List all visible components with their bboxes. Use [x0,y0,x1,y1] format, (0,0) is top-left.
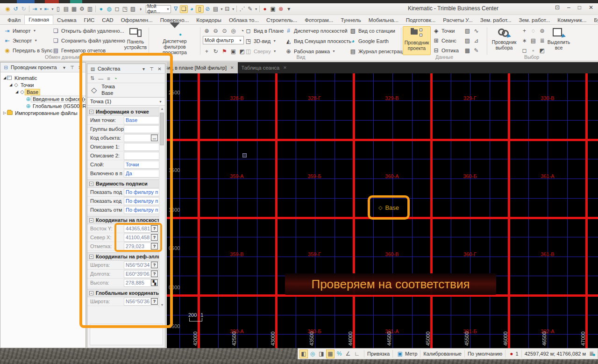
angle-tool-icon[interactable]: ⊿ [472,36,480,44]
export-icon[interactable]: ⇤ [43,5,50,13]
base-point-label[interactable]: Base [385,204,399,211]
ribbon-tab[interactable]: Съемка [53,16,80,24]
pin-icon[interactable]: ⊤ [149,66,155,71]
data-sphere-icon[interactable]: ◕ [188,5,196,13]
collapse-icon[interactable]: − [89,218,93,222]
select-box-icon[interactable]: ◻ [520,46,528,54]
snap-toggle-icon[interactable]: ◧ [299,350,308,358]
select-star-icon[interactable]: ∗ [520,36,528,44]
google-earth-button[interactable]: ◕Google Earth [349,36,389,46]
select-all-button[interactable]: Выделить все [544,26,574,55]
grid-button[interactable]: ▚ [151,279,158,286]
scroll-down-icon[interactable]: ▼ [159,302,165,308]
save-project-icon[interactable]: ▦ [70,5,78,13]
property-value[interactable] [124,152,160,160]
ribbon-tab[interactable]: Бурение, и... [590,16,598,24]
object-type-selector[interactable]: Точка (1) ▼ [87,97,165,106]
tree-item[interactable]: ◢◇Base [0,88,85,95]
select-point-icon[interactable]: + [520,27,528,35]
property-value[interactable] [124,143,160,151]
select-poly-icon[interactable]: ▫ [529,46,537,54]
collapse-icon[interactable]: — [98,76,103,81]
qat-filter-combo[interactable]: Мой фил...▼ [146,5,171,13]
undo-icon[interactable]: ↺ [12,5,20,13]
session-tool-icon[interactable]: ▨ [463,36,471,44]
close-icon[interactable]: ✕ [283,65,287,70]
qat-menu-icon[interactable]: ▾ [285,5,293,13]
ribbon-tab[interactable]: Зем. работ... [515,16,554,24]
defaults-label[interactable]: По умолчанию [468,351,502,357]
send-to-sync-button[interactable]: ◉Передать в Sync [4,45,53,55]
filter-copy-icon[interactable]: ❏ [180,5,188,13]
tree-expander-icon[interactable]: ◢ [14,90,19,94]
help-button[interactable]: ? [151,271,158,277]
map-canvas[interactable]: ◇ Base Проверяем на соответствия 2001 32… [167,73,598,348]
record-icon[interactable]: ● [261,5,269,13]
measure-icon[interactable]: ⋰ [238,5,246,13]
sync-sphere-icon[interactable]: ● [97,5,105,13]
panel-menu-icon[interactable]: ▾ [61,65,67,70]
ribbon-tab[interactable]: Фотограм... [301,16,337,24]
points-tool-icon[interactable]: ▧ [463,27,471,35]
comment-icon[interactable]: ◗ [137,5,145,13]
property-value[interactable] [124,125,160,133]
ribbon-tab[interactable]: Мобильна... [365,16,402,24]
optics-tool-icon[interactable]: ▩ [463,46,471,54]
section-header[interactable]: −Координаты на реф-эллипсо [87,252,160,261]
close-icon[interactable]: ✕ [589,4,593,11]
pen-circle-icon[interactable]: ⊘ [204,5,212,13]
ribbon-tab[interactable]: Главная [24,15,53,24]
view-filter-icon[interactable]: ∇ [172,5,180,13]
export-button[interactable]: ⇤Экспорт▼ [4,36,53,45]
select-layer-icon[interactable]: ▤ [529,36,537,44]
optics-button[interactable]: ⊟Оптика [433,45,459,55]
wave-tool-icon[interactable]: ∿ [472,27,480,35]
snap-label[interactable]: Привязка [367,351,390,357]
ribbon-tab[interactable]: Строитель... [263,16,301,24]
collapse-icon[interactable]: − [89,182,93,186]
print-icon[interactable]: ⊟ [223,5,231,13]
ribbon-tab[interactable]: Облака то... [225,16,263,24]
panel-menu-icon[interactable]: ▾ [141,66,147,71]
ribbon-tab[interactable]: Подготовк... [402,16,439,24]
note-icon[interactable]: ▥ [86,5,94,13]
station-view-button[interactable]: ▨Вид со станции [349,26,395,36]
ribbon-tab[interactable]: Коммуник... [554,16,590,24]
section-header[interactable]: −Информация о точке [87,107,160,116]
tree-expander-icon[interactable]: ◢ [2,76,7,80]
property-value[interactable]: По фильтру пр [124,197,160,205]
tree-item[interactable]: ⊕Глобальные (IGS000RUS_F [0,102,85,109]
property-value[interactable]: Точки [124,161,160,169]
doc-highlight-icon[interactable]: ▯ [196,5,204,13]
redo-icon[interactable]: ↻ [20,5,28,13]
zoom-window-icon[interactable]: ◎ [229,27,237,35]
collapse-icon[interactable]: − [89,291,93,295]
calibration-label[interactable]: Калиброванные [423,351,462,357]
stop-icon[interactable]: ⊗ [277,5,285,13]
cube-view-icon[interactable]: ◳ [121,5,129,13]
view-3d-button[interactable]: ◳3D-вид▼ [245,36,276,46]
property-value[interactable]: Да [124,170,160,178]
import-icon[interactable]: ⇥ [31,5,39,13]
tree-item[interactable]: ◢Kinematic [0,74,85,81]
session-button[interactable]: ⊞Сеанс [433,36,459,45]
device-panel-button[interactable]: Панель устройств [123,26,148,55]
ribbon-tab[interactable]: ГИС [80,16,99,24]
ribbon-tab[interactable]: CAD [98,16,117,24]
image-icon[interactable]: ▨ [129,5,137,13]
status-menu-icon[interactable]: ≣ [587,350,596,357]
edit-tool-icon[interactable]: ✎ [472,46,480,54]
object-snap-icon[interactable]: ◎ [308,350,317,358]
help-button[interactable]: ? [151,262,158,268]
doc-menu-icon[interactable]: ▤ [212,5,220,13]
browse-button[interactable]: ... [151,135,158,141]
property-value[interactable]: Base [124,116,160,124]
zoom-in-icon[interactable]: ⊕ [203,27,211,35]
help-button[interactable]: ? [151,243,158,250]
share-icon[interactable]: ◉ [4,5,12,13]
cutting-plane-button[interactable]: ◭Вид Секущая плоскость [285,36,351,46]
globe-icon[interactable]: ◍ [105,5,113,13]
view-tab[interactable]: Таблица сеанса✕ [238,62,291,73]
tree-item[interactable]: ▷Импортированные файлы [0,109,85,116]
pin-icon[interactable]: ⊤ [69,65,75,70]
